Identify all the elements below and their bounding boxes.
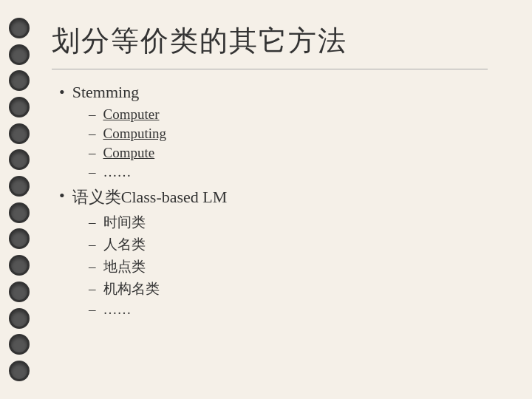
sub-item-ellipsis-2: – …… — [89, 301, 488, 318]
spiral-ring — [9, 282, 30, 302]
spiral-ring — [9, 202, 30, 223]
sub-item-computer: – Computer — [89, 106, 488, 123]
spiral-ring — [9, 97, 30, 117]
spiral-ring — [9, 149, 30, 170]
slide: 划分等价类的其它方法 • Stemming – Computer – Compu… — [0, 0, 532, 399]
sub-item-compute-text: Compute — [103, 145, 155, 161]
sub-item-time-text: 时间类 — [103, 213, 146, 232]
spiral-ring — [9, 228, 30, 249]
sub-item-ellipsis-1-text: …… — [103, 164, 132, 180]
sub-item-person-text: 人名类 — [103, 235, 146, 254]
sub-item-person: – 人名类 — [89, 235, 488, 254]
slide-title: 划分等价类的其它方法 — [52, 22, 488, 60]
bullet-dot: • — [59, 83, 65, 102]
spiral-ring — [9, 176, 30, 197]
stemming-label: Stemming — [72, 83, 139, 102]
spiral-ring — [9, 308, 30, 329]
spiral-ring — [9, 44, 30, 65]
classlm-label: 语义类Class-based LM — [72, 186, 228, 208]
bullet-main-classlm: • 语义类Class-based LM — [59, 186, 488, 208]
sub-item-compute: – Compute — [89, 145, 488, 161]
bullet-item-classlm: • 语义类Class-based LM – 时间类 – 人名类 – 地点类 – — [59, 186, 488, 318]
spiral-ring — [9, 334, 30, 355]
sub-item-place-text: 地点类 — [103, 257, 146, 276]
slide-content: • Stemming – Computer – Computing – Comp… — [52, 83, 488, 318]
title-area: 划分等价类的其它方法 — [52, 22, 488, 69]
spiral-ring — [9, 123, 30, 144]
sub-item-computing-text: Computing — [103, 126, 167, 142]
classlm-sub-list: – 时间类 – 人名类 – 地点类 – 机构名类 – …… — [59, 213, 488, 318]
sub-item-place: – 地点类 — [89, 257, 488, 276]
spiral-ring — [9, 18, 30, 38]
sub-item-ellipsis-1: – …… — [89, 164, 488, 180]
spiral-ring — [9, 361, 30, 381]
spiral-ring — [9, 255, 30, 276]
bullet-dot-2: • — [59, 186, 65, 205]
sub-item-org: – 机构名类 — [89, 279, 488, 299]
sub-item-time: – 时间类 — [89, 213, 488, 232]
bullet-item-stemming: • Stemming – Computer – Computing – Comp… — [59, 83, 488, 180]
spiral-ring — [9, 70, 30, 91]
spiral-binding — [0, 0, 38, 399]
sub-item-computing: – Computing — [89, 126, 488, 142]
sub-item-computer-text: Computer — [103, 106, 160, 123]
sub-item-org-text: 机构名类 — [103, 279, 160, 299]
stemming-sub-list: – Computer – Computing – Compute – …… — [59, 106, 488, 180]
bullet-main-stemming: • Stemming — [59, 83, 488, 102]
sub-item-ellipsis-2-text: …… — [103, 301, 132, 318]
